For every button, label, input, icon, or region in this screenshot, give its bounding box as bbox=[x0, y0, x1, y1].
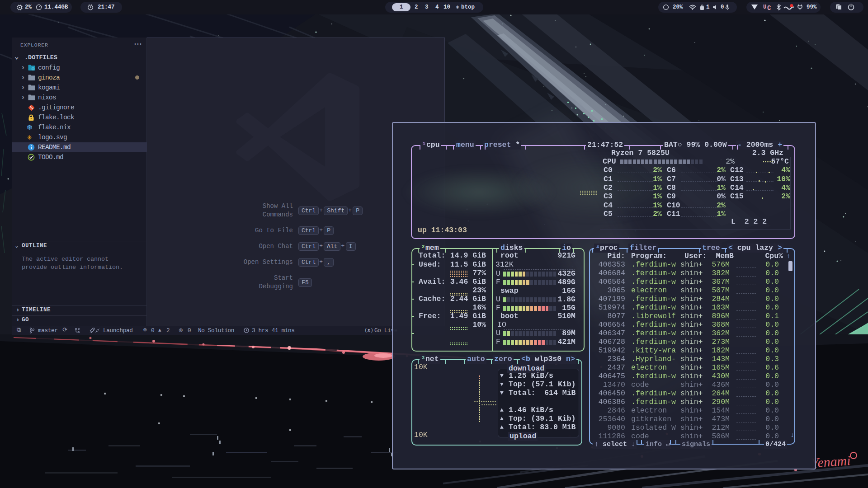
svg-text:Yenami: Yenami bbox=[811, 453, 851, 470]
